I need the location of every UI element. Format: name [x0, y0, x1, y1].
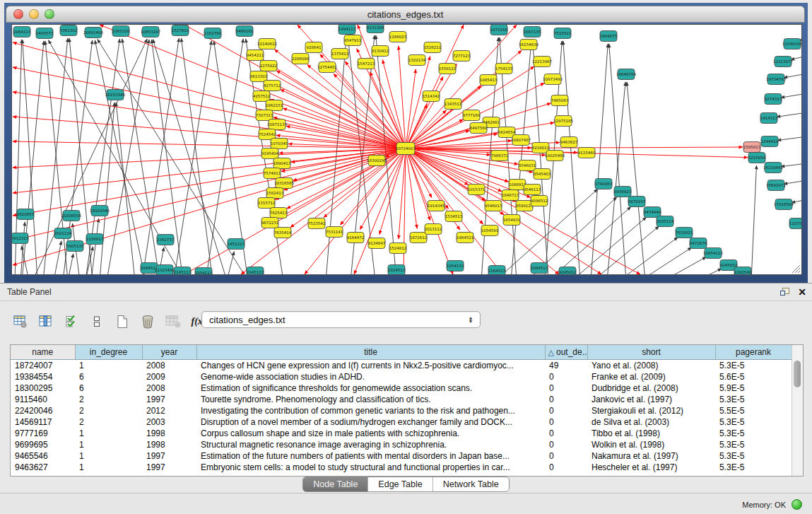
- select-columns-icon[interactable]: [61, 313, 82, 331]
- graph-node[interactable]: 928641: [305, 42, 322, 53]
- graph-node[interactable]: 16648784: [616, 69, 636, 80]
- graph-node[interactable]: 11323408: [155, 265, 175, 275]
- graph-node[interactable]: 9547911: [344, 35, 362, 46]
- column-header-year[interactable]: year: [142, 345, 196, 360]
- graph-node[interactable]: 1343511: [445, 99, 462, 110]
- table-row[interactable]: 1456911722003Disruption of a novel membe…: [11, 416, 792, 428]
- graph-node[interactable]: 1514342: [423, 91, 440, 102]
- graph-node[interactable]: 9245012: [559, 267, 577, 275]
- network-canvas-svg[interactable]: 1872400712140612945421122758228613303427…: [12, 25, 801, 274]
- graph-node[interactable]: 18929346: [90, 206, 110, 216]
- graph-node[interactable]: 9164472: [347, 233, 365, 243]
- graph-node[interactable]: 8215958: [748, 153, 766, 163]
- graph-node[interactable]: 6466161: [236, 26, 254, 37]
- graph-node[interactable]: 7635414: [274, 228, 292, 238]
- graph-node[interactable]: 7632621: [676, 228, 693, 238]
- graph-node[interactable]: 5905135: [66, 241, 84, 252]
- graph-node[interactable]: 9454211: [247, 50, 264, 61]
- graph-node[interactable]: 1405573: [36, 28, 54, 39]
- graph-node[interactable]: 1054133: [447, 261, 464, 271]
- graph-node[interactable]: 1667135: [524, 27, 541, 37]
- graph-node[interactable]: 7574811: [264, 168, 281, 179]
- column-header-out-degree[interactable]: △out_de...: [545, 345, 587, 360]
- table-row[interactable]: 1872400712008Changes of HCN gene express…: [11, 360, 792, 372]
- graph-node[interactable]: 1954113: [195, 268, 213, 275]
- graph-node[interactable]: 1375413: [331, 49, 349, 59]
- table-vertical-scrollbar[interactable]: [792, 345, 803, 476]
- graph-node[interactable]: 2620655: [17, 209, 35, 220]
- graph-node[interactable]: 1914345: [428, 201, 445, 211]
- graph-node[interactable]: 6879197: [628, 197, 646, 207]
- graph-node[interactable]: 9195404: [261, 148, 279, 159]
- graph-node[interactable]: 2206088: [292, 54, 310, 64]
- graph-node[interactable]: 1070345: [271, 139, 288, 149]
- graph-node[interactable]: 1582413: [266, 188, 284, 199]
- graph-node[interactable]: 7531141: [326, 227, 343, 238]
- zoom-window-button[interactable]: [45, 9, 54, 19]
- scrollbar-thumb[interactable]: [794, 361, 801, 387]
- close-window-button[interactable]: [13, 9, 23, 19]
- graph-node[interactable]: 16210643: [763, 163, 783, 173]
- column-header-name[interactable]: name: [11, 345, 75, 360]
- graph-node[interactable]: 9134647: [368, 238, 386, 249]
- graph-node[interactable]: 1085413: [480, 75, 498, 86]
- graph-node[interactable]: 18316565: [274, 178, 294, 189]
- graph-node[interactable]: 8131304: [367, 25, 384, 33]
- graph-node[interactable]: 1664875: [600, 31, 618, 42]
- graph-node[interactable]: 1414313: [760, 113, 778, 124]
- table-row[interactable]: 2242004622012Investigating the contribut…: [11, 405, 792, 416]
- graph-node[interactable]: 6497568: [470, 123, 488, 134]
- graph-node[interactable]: 1451213: [228, 239, 245, 250]
- graph-node[interactable]: 2064113: [13, 27, 31, 37]
- graph-node[interactable]: 1547213: [358, 59, 375, 69]
- graph-node[interactable]: 1524812: [389, 243, 407, 254]
- graph-node[interactable]: 1862151: [266, 100, 283, 111]
- graph-node[interactable]: 10807487: [511, 135, 531, 146]
- graph-node[interactable]: 4275712: [264, 81, 281, 91]
- graph-node[interactable]: 1092542: [734, 267, 752, 275]
- graph-node[interactable]: 10025488: [545, 151, 565, 161]
- graph-node[interactable]: 8130412: [372, 46, 389, 57]
- graph-node[interactable]: 8471676: [690, 238, 707, 249]
- graph-node[interactable]: 7625413: [270, 208, 288, 218]
- network-canvas[interactable]: 1872400712140612945421122758228613303427…: [11, 24, 802, 275]
- graph-node[interactable]: 2275822: [260, 61, 278, 71]
- graph-node[interactable]: 2935114: [657, 216, 674, 227]
- window-titlebar[interactable]: citations_edges.txt: [6, 6, 805, 23]
- graph-node[interactable]: 10654112: [703, 248, 723, 259]
- tab-edge-table[interactable]: Edge Table: [367, 477, 432, 491]
- graph-node[interactable]: 1558122: [439, 64, 457, 74]
- graph-node[interactable]: 2013112: [425, 224, 442, 235]
- graph-node[interactable]: 7523542: [308, 218, 326, 229]
- graph-node[interactable]: 1994113: [339, 25, 356, 35]
- table-row[interactable]: 1938455462009Genome-wide association stu…: [11, 371, 792, 382]
- graph-node[interactable]: 2045133: [247, 267, 264, 275]
- graph-node[interactable]: 12140612: [257, 39, 277, 49]
- graph-node[interactable]: 1164513: [488, 266, 506, 275]
- graph-node[interactable]: 17016504: [774, 199, 794, 210]
- graph-node[interactable]: 15692971: [766, 180, 786, 191]
- graph-node[interactable]: 11548108: [782, 39, 801, 49]
- graph-node[interactable]: 8501134: [54, 228, 72, 239]
- table-row[interactable]: 977716911998Corpus callosum shape and si…: [11, 428, 792, 439]
- graph-node[interactable]: 1152760: [204, 28, 222, 39]
- graph-node[interactable]: 20206556: [61, 211, 81, 221]
- graph-node[interactable]: 1015371: [468, 185, 486, 195]
- graph-node[interactable]: 12213967: [532, 57, 552, 67]
- graph-node[interactable]: 1690413: [273, 158, 291, 169]
- graph-node[interactable]: 1320134: [408, 55, 426, 66]
- graph-node[interactable]: 9115460: [578, 148, 596, 158]
- column-header-short[interactable]: short: [587, 345, 715, 360]
- new-table-icon[interactable]: [112, 313, 133, 331]
- graph-node[interactable]: 1071916: [490, 25, 508, 35]
- graph-node[interactable]: 1244419: [761, 136, 779, 147]
- graph-node[interactable]: 1848713: [502, 190, 519, 201]
- graph-node[interactable]: 2342737: [157, 235, 175, 245]
- graph-node[interactable]: 9777169: [463, 110, 481, 121]
- graph-node[interactable]: 12975185: [553, 116, 573, 127]
- graph-node[interactable]: 1534513: [445, 211, 463, 222]
- graph-node[interactable]: 7485063: [551, 95, 569, 106]
- close-panel-icon[interactable]: ✕: [798, 287, 806, 297]
- graph-node[interactable]: 1740953: [595, 179, 613, 189]
- graph-node[interactable]: 8546031: [519, 160, 536, 171]
